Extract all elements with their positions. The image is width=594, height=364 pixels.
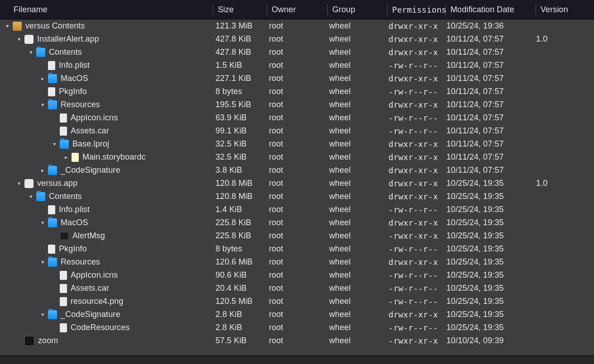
chevron-down-icon[interactable]: ▾ [16, 180, 23, 187]
cell-filename[interactable]: CodeResources [0, 323, 213, 332]
status-bar [0, 355, 594, 364]
tree-row[interactable]: ▾MacOS225.8 KiBrootwheeldrwxr-xr-x10/25/… [0, 216, 594, 229]
tree-row[interactable]: ▾Resources120.6 MiBrootwheeldrwxr-xr-x10… [0, 255, 594, 269]
chevron-down-icon[interactable]: ▾ [40, 311, 46, 318]
chevron-right-icon[interactable]: ▸ [40, 75, 46, 82]
tree-row[interactable]: ▾InstallerAlert.app427.8 KiBrootwheeldrw… [0, 33, 594, 46]
filename-label: CodeResources [71, 323, 129, 332]
cell-permissions: -rw-r--r-- [388, 113, 446, 123]
chevron-down-icon[interactable]: ▾ [28, 49, 34, 56]
cell-filename[interactable]: ▾Contents [0, 47, 213, 57]
chevron-right-icon[interactable]: ▸ [63, 154, 70, 161]
cell-filename[interactable]: Info.plist [0, 61, 213, 70]
cell-group: wheel [329, 100, 388, 109]
cell-filename[interactable]: ▸_CodeSignature [0, 165, 213, 175]
cell-filename[interactable]: ▾_CodeSignature [0, 310, 213, 319]
cell-filename[interactable]: ▾MacOS [0, 218, 213, 227]
cell-group: wheel [329, 34, 388, 44]
cell-permissions: drwxr-xr-x [388, 74, 446, 83]
cell-date: 10/11/24, 07:57 [446, 139, 536, 149]
cell-owner: root [269, 257, 329, 267]
tree-row[interactable]: ▾Base.lproj32.5 KiBrootwheeldrwxr-xr-x10… [0, 137, 594, 151]
column-header-group[interactable]: Group [328, 5, 387, 14]
cell-group: wheel [329, 139, 388, 149]
cell-filename[interactable]: Assets.car [0, 126, 213, 136]
filename-label: zoom [38, 336, 58, 345]
chevron-down-icon[interactable]: ▾ [16, 36, 23, 43]
tree-row[interactable]: zoom57.5 KiBrootwheel-rwxr-xr-x10/10/24,… [0, 334, 594, 347]
tree-row[interactable]: PkgInfo8 bytesrootwheel-rw-r--r--10/25/2… [0, 242, 594, 255]
cell-group: wheel [329, 231, 388, 241]
cell-filename[interactable]: ▸MacOS [0, 74, 213, 83]
column-header-version[interactable]: Version [536, 5, 590, 14]
cell-group: wheel [329, 244, 388, 254]
chevron-down-icon[interactable]: ▾ [40, 259, 46, 265]
tree-row[interactable]: PkgInfo8 bytesrootwheel-rw-r--r--10/11/2… [0, 85, 594, 98]
tree-row[interactable]: Info.plist1.5 KiBrootwheel-rw-r--r--10/1… [0, 59, 594, 72]
cell-filename[interactable]: zoom [0, 336, 213, 346]
tree-row[interactable]: CodeResources2.8 KiBrootwheel-rw-r--r--1… [0, 321, 594, 334]
cell-filename[interactable]: AppIcon.icns [0, 270, 213, 280]
cell-filename[interactable]: Assets.car [0, 284, 213, 293]
tree-row[interactable]: ▾Contents427.8 KiBrootwheeldrwxr-xr-x10/… [0, 46, 594, 59]
column-header-permissions[interactable]: Permissions [388, 5, 446, 14]
tree-row[interactable]: ▾versus Contents121.3 MiBrootwheeldrwxr-… [0, 19, 594, 33]
file-tree-body[interactable]: ▾versus Contents121.3 MiBrootwheeldrwxr-… [0, 19, 594, 355]
cell-filename[interactable]: ▾versus Contents [0, 21, 213, 31]
tree-row[interactable]: Assets.car20.4 KiBrootwheel-rw-r--r--10/… [0, 282, 594, 295]
cell-filename[interactable]: PkgInfo [0, 244, 213, 254]
column-header-owner[interactable]: Owner [267, 5, 327, 14]
cell-group: wheel [329, 61, 388, 70]
cell-filename[interactable]: Info.plist [0, 205, 213, 214]
cell-size: 427.8 KiB [213, 47, 269, 57]
chevron-right-icon[interactable]: ▸ [40, 167, 46, 174]
cell-filename[interactable]: ▾Resources [0, 257, 213, 267]
cell-filename[interactable]: ▸Main.storyboardc [0, 152, 213, 162]
cell-date: 10/25/24, 19:35 [446, 310, 536, 319]
column-header-filename[interactable]: Filename [0, 5, 213, 14]
tree-row[interactable]: AppIcon.icns90.6 KiBrootwheel-rw-r--r--1… [0, 269, 594, 282]
cell-owner: root [269, 152, 329, 162]
column-header-date[interactable]: Modification Date [446, 5, 536, 14]
chevron-down-icon[interactable]: ▾ [5, 23, 11, 29]
cell-size: 20.4 KiB [213, 284, 269, 293]
tree-row[interactable]: ▸Main.storyboardc32.5 KiBrootwheeldrwxr-… [0, 151, 594, 164]
tree-row[interactable]: ▾_CodeSignature2.8 KiBrootwheeldrwxr-xr-… [0, 308, 594, 321]
filename-label: Contents [49, 192, 82, 201]
column-header-size[interactable]: Size [213, 5, 267, 14]
cell-filename[interactable]: AlertMsg [0, 231, 213, 241]
cell-filename[interactable]: ▾Base.lproj [0, 139, 213, 149]
filename-label: Info.plist [59, 61, 90, 70]
cell-owner: root [269, 205, 329, 214]
tree-row[interactable]: Assets.car99.1 KiBrootwheel-rw-r--r--10/… [0, 124, 594, 137]
folder-icon [36, 48, 45, 57]
tree-row[interactable]: ▾Resources195.5 KiBrootwheeldrwxr-xr-x10… [0, 98, 594, 111]
cell-filename[interactable]: AppIcon.icns [0, 113, 213, 123]
tree-row[interactable]: Info.plist1.4 KiBrootwheel-rw-r--r--10/2… [0, 203, 594, 216]
chevron-down-icon[interactable]: ▾ [40, 101, 46, 108]
cell-permissions: drwxr-xr-x [388, 100, 446, 109]
tree-row[interactable]: AppIcon.icns63.9 KiBrootwheel-rw-r--r--1… [0, 111, 594, 124]
cell-filename[interactable]: ▾Resources [0, 100, 213, 109]
chevron-down-icon[interactable]: ▾ [28, 193, 34, 200]
chevron-down-icon[interactable]: ▾ [40, 219, 46, 226]
tree-row[interactable]: ▸MacOS227.1 KiBrootwheeldrwxr-xr-x10/11/… [0, 72, 594, 85]
chevron-down-icon[interactable]: ▾ [52, 141, 58, 147]
cell-date: 10/10/24, 09:39 [446, 336, 536, 345]
tree-row[interactable]: resource4.png120.5 MiBrootwheel-rw-r--r-… [0, 295, 594, 308]
cell-filename[interactable]: ▾Contents [0, 192, 213, 201]
tree-row[interactable]: ▾Contents120.8 MiBrootwheeldrwxr-xr-x10/… [0, 190, 594, 203]
cell-filename[interactable]: resource4.png [0, 297, 213, 306]
cell-filename[interactable]: PkgInfo [0, 87, 213, 96]
file-icon [48, 87, 55, 96]
cell-size: 120.8 MiB [213, 179, 269, 188]
filename-label: Contents [49, 47, 82, 57]
tree-row[interactable]: ▾versus.app120.8 MiBrootwheeldrwxr-xr-x1… [0, 177, 594, 190]
cell-size: 57.5 KiB [213, 336, 269, 345]
cell-owner: root [269, 74, 329, 83]
tree-row[interactable]: ▸_CodeSignature3.8 KiBrootwheeldrwxr-xr-… [0, 164, 594, 177]
cell-filename[interactable]: ▾versus.app [0, 179, 213, 188]
cell-owner: root [269, 218, 329, 227]
tree-row[interactable]: AlertMsg225.8 KiBrootwheel-rwxr-xr-x10/2… [0, 229, 594, 242]
cell-filename[interactable]: ▾InstallerAlert.app [0, 34, 213, 44]
